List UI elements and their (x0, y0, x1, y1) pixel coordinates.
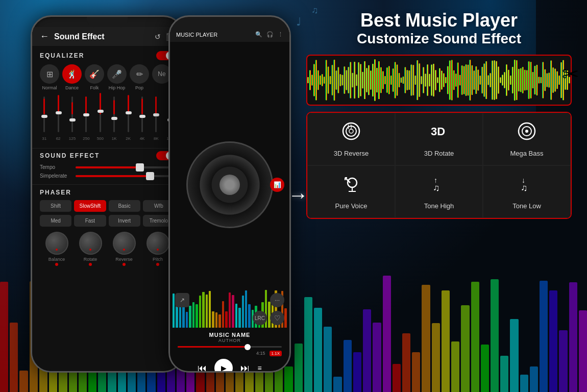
phone-notch (87, 17, 128, 27)
feature-tone-high[interactable]: ↑ ♫ Tone High (395, 165, 483, 218)
feature-grid: (·) 3D Reverse 3D 3D Rotate (306, 112, 572, 219)
eq-visualizer-icon[interactable]: 📊 (270, 178, 284, 192)
spectrum-bar (179, 306, 181, 328)
tempo-track[interactable] (76, 166, 175, 168)
feature-3d-rotate[interactable]: 3D 3D Rotate (395, 113, 483, 165)
svg-rect-114 (538, 77, 540, 83)
svg-rect-106 (522, 67, 524, 93)
feature-pure-voice[interactable]: Pure Voice (307, 165, 395, 218)
more-icon[interactable]: ⋮ (278, 31, 283, 38)
eq-handle-4K[interactable] (139, 115, 145, 118)
feature-3d-reverse[interactable]: (·) 3D Reverse (307, 113, 395, 165)
playlist-button[interactable]: ≡ (257, 364, 261, 372)
bg-eq-bar (19, 371, 28, 392)
eq-band-31[interactable]: 31 (40, 94, 48, 141)
eq-band-500[interactable]: 500 (96, 94, 105, 141)
phaser-invert[interactable]: Invert (109, 215, 140, 227)
simpelerate-track[interactable] (76, 175, 175, 177)
eq-handle-31[interactable] (41, 115, 47, 118)
refresh-icon[interactable]: ↺ (155, 33, 161, 41)
spectrum-bar (225, 311, 227, 328)
bg-eq-bar (412, 352, 420, 392)
eq-band-4K[interactable]: 4K (138, 94, 146, 141)
svg-rect-50 (408, 70, 410, 90)
prev-button[interactable]: ⏮ (198, 363, 207, 373)
play-button[interactable]: ▶ (214, 359, 233, 373)
eq-band-125[interactable]: 125 (68, 94, 77, 141)
feature-tone-low[interactable]: ↓ ♫ Tone Low (483, 165, 571, 218)
tone-high-label: Tone High (424, 202, 454, 210)
phaser-shift[interactable]: Shift (40, 200, 71, 212)
svg-rect-68 (445, 77, 447, 83)
svg-rect-30 (368, 65, 370, 94)
pitch-knob-wrap: Pitch (146, 232, 169, 266)
svg-rect-121 (552, 67, 554, 93)
svg-rect-16 (340, 74, 341, 86)
eq-band-8K[interactable]: 8K (152, 94, 160, 141)
reverse-indicator (123, 263, 126, 266)
eq-handle-8K[interactable] (153, 113, 159, 116)
balance-knob[interactable] (45, 232, 68, 255)
bg-eq-bar (540, 281, 548, 392)
svg-rect-96 (502, 75, 503, 85)
progress-fill (178, 346, 246, 348)
phaser-med[interactable]: Med (40, 215, 71, 227)
eq-band-62[interactable]: 62 (54, 94, 62, 141)
player-title: MUSIC PLAYER (176, 32, 255, 38)
preset-dance[interactable]: 🕺 Dance (62, 64, 82, 90)
svg-rect-4 (315, 60, 317, 100)
se-section-header: SOUND EFFECT (40, 151, 175, 160)
simpelerate-thumb[interactable] (146, 172, 154, 180)
equalizer-section: EQUALIZER ⊞ Normal 🕺 Dance 🎸 Folk (32, 46, 182, 148)
preset-normal[interactable]: ⊞ Normal (40, 64, 59, 90)
phaser-slowshift[interactable]: SlowShift (74, 200, 106, 212)
lrc-button[interactable]: LRC (253, 311, 267, 325)
heart-button[interactable]: ♡ (270, 311, 284, 325)
eq-handle-2K[interactable] (126, 111, 132, 114)
svg-rect-111 (532, 71, 534, 88)
share-icon[interactable]: ↗ (175, 293, 189, 307)
svg-rect-56 (421, 76, 422, 84)
reverse-knob[interactable] (113, 232, 136, 255)
bg-eq-bar (314, 308, 322, 392)
sound-effect-title: Sound Effect (54, 32, 155, 41)
svg-rect-36 (380, 67, 382, 92)
preset-folk-icon: 🎸 (85, 64, 104, 84)
preset-hiphop[interactable]: 🎤 Hip Hop (107, 64, 127, 90)
search-icon[interactable]: 🔍 (255, 31, 262, 38)
preset-dance-label: Dance (65, 85, 79, 90)
phaser-buttons-row2: Med Fast Invert Tremolo (40, 215, 175, 227)
tempo-thumb[interactable] (136, 163, 144, 172)
scissors-icon: ✂ (562, 62, 579, 86)
svg-rect-89 (487, 75, 489, 85)
progress-bar[interactable] (178, 346, 282, 348)
eq-handle-500[interactable] (97, 110, 104, 113)
eq-handle-1K[interactable] (111, 117, 117, 120)
eq-band-250[interactable]: 250 (82, 94, 90, 141)
rotate-knob[interactable] (79, 232, 102, 255)
bg-eq-bar (491, 279, 499, 392)
preset-folk[interactable]: 🎸 Folk (85, 64, 104, 90)
pitch-knob[interactable] (146, 232, 169, 255)
rotate-label: Rotate (84, 257, 97, 262)
svg-rect-95 (500, 77, 501, 83)
mega-bass-label: Mega Bass (510, 150, 543, 157)
more-options-icon[interactable]: ··· (270, 293, 284, 307)
eq-band-2K[interactable]: 2K (124, 94, 132, 141)
phaser-fast[interactable]: Fast (74, 215, 106, 227)
balance-knob-dot (56, 249, 58, 251)
progress-thumb[interactable] (244, 344, 251, 350)
eq-handle-62[interactable] (56, 111, 62, 114)
feature-mega-bass[interactable]: Mega Bass (483, 113, 571, 165)
eq-handle-250[interactable] (83, 113, 89, 116)
back-button[interactable]: ← (40, 31, 49, 42)
headphones-icon[interactable]: 🎧 (266, 31, 274, 38)
eq-band-1K[interactable]: 1K (110, 94, 118, 141)
eq-handle-125[interactable] (69, 118, 76, 121)
feature-row-1: (·) 3D Reverse 3D 3D Rotate (307, 113, 571, 165)
next-button[interactable]: ⏭ (240, 363, 250, 373)
preset-pop[interactable]: ✏ Pop (130, 64, 149, 90)
svg-rect-10 (328, 66, 329, 93)
progress-time: 4:15 (256, 351, 265, 356)
phaser-basic[interactable]: Basic (109, 200, 140, 212)
